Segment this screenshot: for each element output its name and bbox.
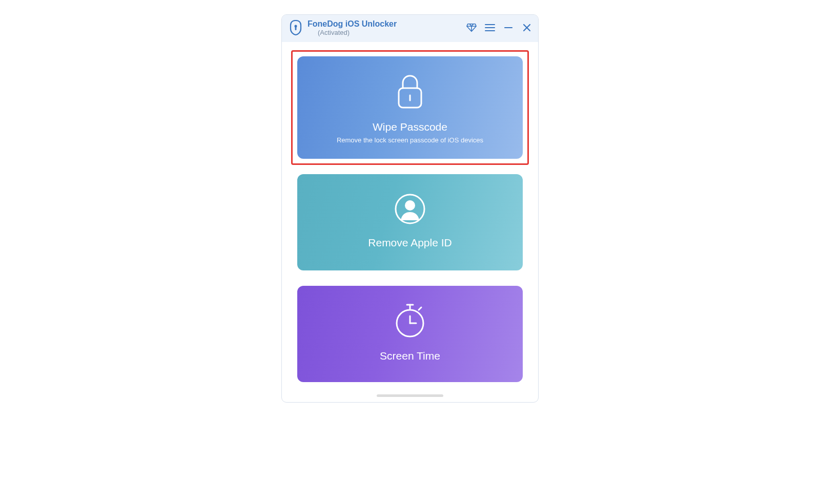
close-icon[interactable] — [522, 23, 532, 33]
wipe-passcode-subtitle: Remove the lock screen passcode of iOS d… — [337, 136, 483, 144]
titlebar: FoneDog iOS Unlocker (Activated) — [282, 15, 538, 42]
remove-apple-id-card[interactable]: Remove Apple ID — [297, 174, 523, 270]
lock-icon — [394, 73, 426, 112]
minimize-icon[interactable] — [503, 23, 514, 33]
screen-time-title: Screen Time — [380, 350, 440, 362]
app-window: FoneDog iOS Unlocker (Activated) — [281, 14, 539, 403]
app-logo-icon — [288, 20, 303, 35]
app-status: (Activated) — [308, 29, 462, 37]
wipe-passcode-title: Wipe Passcode — [373, 121, 447, 133]
bottom-handle — [377, 394, 443, 397]
titlebar-actions — [466, 23, 532, 33]
title-block: FoneDog iOS Unlocker (Activated) — [308, 19, 462, 37]
screen-time-card[interactable]: Screen Time — [297, 286, 523, 382]
person-icon — [394, 193, 426, 227]
bottom-bar — [282, 391, 538, 402]
svg-point-11 — [405, 200, 415, 211]
stopwatch-icon — [394, 303, 426, 341]
app-title: FoneDog iOS Unlocker — [308, 19, 462, 29]
content-area: Wipe Passcode Remove the lock screen pas… — [282, 42, 538, 391]
wipe-passcode-wrap: Wipe Passcode Remove the lock screen pas… — [297, 56, 523, 159]
svg-rect-1 — [295, 27, 297, 30]
diamond-icon[interactable] — [466, 23, 477, 33]
remove-apple-id-title: Remove Apple ID — [368, 237, 452, 249]
wipe-passcode-card[interactable]: Wipe Passcode Remove the lock screen pas… — [297, 56, 523, 159]
svg-line-14 — [419, 307, 421, 310]
menu-icon[interactable] — [485, 23, 495, 33]
